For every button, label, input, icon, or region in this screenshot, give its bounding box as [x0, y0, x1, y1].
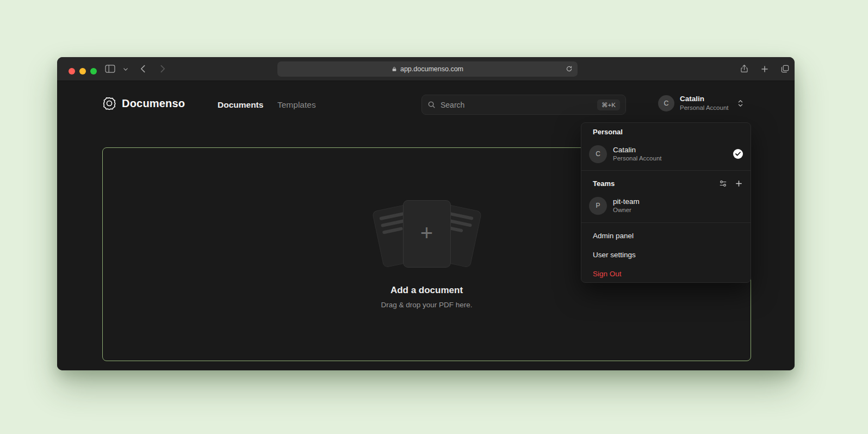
account-type: Personal Account: [680, 104, 729, 111]
dropzone-title: Add a document: [103, 285, 751, 296]
forward-button[interactable]: [160, 65, 165, 73]
search-input[interactable]: Search ⌘+K: [421, 95, 626, 115]
menu-teams-header: Teams: [593, 177, 743, 189]
chevron-right-icon: [160, 65, 165, 73]
menu-team-pit-team[interactable]: P pit-team Owner: [581, 193, 751, 219]
documenso-app: Documenso Documents Templates Search ⌘+K…: [57, 82, 795, 370]
brand-name: Documenso: [122, 97, 185, 110]
chevron-left-icon: [140, 65, 145, 73]
desktop-background: app.documenso.com Documenso Docu: [0, 0, 868, 434]
tab-overview-button[interactable]: [780, 64, 790, 73]
team-avatar: P: [589, 197, 607, 215]
account-menu-button[interactable]: C Catalin Personal Account: [658, 95, 743, 111]
personal-type: Personal Account: [613, 154, 662, 163]
selected-check-icon: [733, 149, 743, 159]
reload-icon[interactable]: [566, 65, 573, 72]
documenso-logo-icon: [102, 96, 116, 110]
chevron-down-icon: [123, 68, 128, 71]
account-avatar: C: [658, 95, 674, 111]
back-button[interactable]: [140, 65, 145, 73]
nav-documents[interactable]: Documents: [218, 100, 263, 110]
menu-divider: [581, 222, 751, 223]
menu-teams-label: Teams: [593, 179, 615, 188]
browser-titlebar: app.documenso.com: [57, 57, 795, 81]
zoom-window-button[interactable]: [90, 68, 97, 75]
nav-templates[interactable]: Templates: [277, 100, 316, 110]
menu-personal-label: Personal: [593, 128, 623, 136]
window-controls: [69, 68, 97, 75]
lock-icon: [392, 66, 397, 72]
brand[interactable]: Documenso: [102, 96, 185, 110]
url-text: app.documenso.com: [400, 65, 463, 73]
team-name: pit-team: [613, 197, 640, 207]
tabs-icon: [780, 64, 790, 73]
menu-user-settings[interactable]: User settings: [581, 245, 751, 264]
share-button[interactable]: [740, 64, 749, 73]
browser-window: app.documenso.com Documenso Docu: [57, 57, 795, 370]
menu-personal-account[interactable]: C Catalin Personal Account: [581, 141, 751, 167]
add-plus-icon: +: [420, 222, 433, 244]
sidebar-chevron-button[interactable]: [123, 68, 128, 71]
search-icon: [427, 101, 436, 109]
menu-admin-panel[interactable]: Admin panel: [581, 226, 751, 245]
personal-name: Catalin: [613, 145, 662, 155]
plus-icon: [760, 65, 769, 73]
address-bar[interactable]: app.documenso.com: [277, 61, 578, 77]
account-text: Catalin Personal Account: [680, 95, 729, 111]
team-role: Owner: [613, 206, 640, 214]
close-window-button[interactable]: [69, 68, 75, 75]
search-placeholder: Search: [441, 101, 464, 109]
document-card-add: +: [403, 200, 451, 268]
chevron-updown-icon: [737, 99, 743, 108]
account-name: Catalin: [680, 95, 729, 104]
sidebar-toggle-button[interactable]: [105, 65, 115, 73]
dropzone-subtitle: Drag & drop your PDF here.: [103, 301, 751, 309]
account-dropdown-menu: Personal C Catalin Personal Account Team…: [581, 122, 751, 283]
manage-teams-icon[interactable]: [719, 179, 727, 188]
new-tab-button[interactable]: [760, 65, 769, 73]
sidebar-icon: [105, 65, 115, 73]
share-icon: [740, 64, 749, 73]
menu-sign-out[interactable]: Sign Out: [581, 264, 751, 283]
personal-avatar: C: [589, 145, 607, 163]
document-stack-illustration: +: [369, 196, 485, 278]
search-shortcut-badge: ⌘+K: [597, 100, 620, 110]
add-team-icon[interactable]: [735, 179, 743, 188]
menu-divider: [581, 170, 751, 171]
minimize-window-button[interactable]: [79, 68, 86, 75]
